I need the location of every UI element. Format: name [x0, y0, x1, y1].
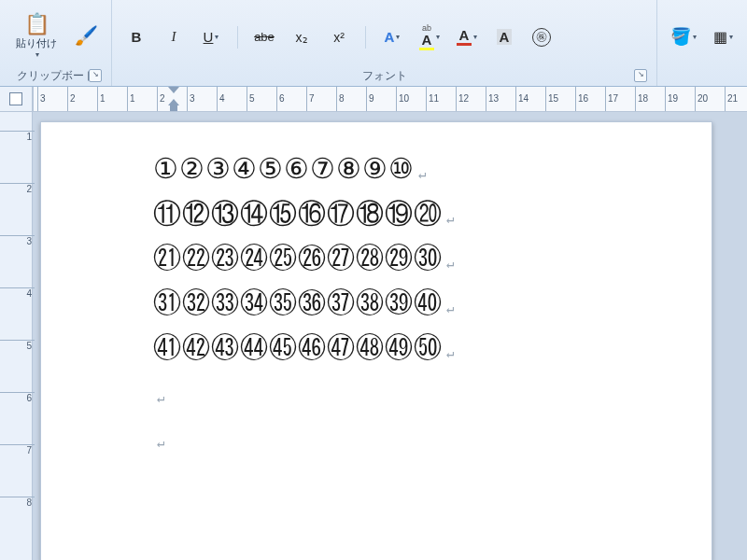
font-dialog-launcher[interactable]: ↘ [634, 69, 647, 82]
bold-button[interactable]: B [121, 25, 151, 49]
ruler-tick: 1 [97, 87, 106, 111]
ruler-tick: 4 [217, 87, 225, 111]
ruler-tick: 19 [665, 87, 678, 111]
vruler-tick: 5 [0, 340, 35, 351]
ruler-tick: 11 [426, 87, 439, 111]
document-line[interactable]: ㊶㊷㊸㊹㊺㊻㊼㊽㊾㊿↵ [153, 326, 712, 371]
shading-button[interactable]: 🪣 ▾ [667, 24, 700, 49]
superscript-button[interactable]: x² [324, 25, 354, 49]
paragraph-mark-icon: ↵ [418, 166, 427, 181]
document-line[interactable]: ⑪⑫⑬⑭⑮⑯⑰⑱⑲⑳↵ [153, 191, 712, 236]
vertical-ruler[interactable]: 12345678 [0, 112, 33, 560]
empty-paragraph[interactable]: ↵ [153, 415, 712, 460]
font-group-label: フォント ↘ [121, 66, 647, 84]
paste-button[interactable]: 📋 貼り付け ▾ [9, 7, 63, 63]
document-line[interactable]: ①②③④⑤⑥⑦⑧⑨⑩↵ [153, 147, 712, 191]
ruler-tick: 13 [486, 87, 499, 111]
underline-button[interactable]: U ▾ [196, 25, 226, 49]
ruler-tick: 3 [187, 87, 195, 111]
italic-button[interactable]: I [159, 25, 189, 49]
paragraph-mark-icon: ↵ [446, 211, 455, 226]
ruler-tick: 8 [336, 87, 345, 111]
vruler-tick: 8 [0, 497, 35, 508]
clipboard-icon: 📋 [24, 12, 49, 36]
char-shading-button[interactable]: A [489, 25, 519, 49]
table-borders-icon: ▦ [713, 28, 727, 46]
subscript-button[interactable]: x₂ [287, 25, 317, 49]
vruler-tick: 7 [0, 444, 35, 455]
left-indent-icon [170, 105, 177, 111]
text-effects-button[interactable]: A ▾ [377, 25, 407, 49]
chevron-down-icon: ▾ [436, 33, 440, 41]
ruler-tick: 21 [725, 87, 738, 111]
ruler-tick: 9 [366, 87, 374, 111]
ribbon: 📋 貼り付け ▾ 🖌️ クリップボード ↘ B I U ▾ abe x₂ x² [0, 0, 747, 87]
ruler-tick: 1 [127, 87, 135, 111]
paragraph-mark-icon: ↵ [446, 345, 455, 360]
first-line-indent-icon [168, 87, 179, 93]
ruler-tick: 16 [575, 87, 588, 111]
highlight-button[interactable]: ab A ▾ [415, 25, 444, 49]
document-page[interactable]: ①②③④⑤⑥⑦⑧⑨⑩↵⑪⑫⑬⑭⑮⑯⑰⑱⑲⑳↵㉑㉒㉓㉔㉕㉖㉗㉘㉙㉚↵㉛㉜㉝㉞㉟㊱㊲… [40, 121, 712, 560]
strikethrough-button[interactable]: abe [249, 25, 279, 49]
ruler-tick: 6 [276, 87, 285, 111]
clipboard-dialog-launcher[interactable]: ↘ [89, 69, 102, 82]
ribbon-group-font: B I U ▾ abe x₂ x² A ▾ ab A [112, 0, 657, 86]
ruler-tick: 3 [37, 87, 46, 111]
chevron-down-icon: ▾ [693, 33, 697, 41]
indent-marker[interactable] [168, 87, 179, 111]
empty-paragraph[interactable]: ↵ [153, 371, 712, 415]
ruler-tick: 5 [247, 87, 255, 111]
editor-workspace: 12345678 ①②③④⑤⑥⑦⑧⑨⑩↵⑪⑫⑬⑭⑮⑯⑰⑱⑲⑳↵㉑㉒㉓㉔㉕㉖㉗㉘㉙… [0, 112, 747, 560]
vruler-tick: 1 [0, 131, 35, 142]
format-painter-button[interactable]: 🖌️ [71, 23, 102, 48]
document-line[interactable]: ㉑㉒㉓㉔㉕㉖㉗㉘㉙㉚↵ [153, 236, 712, 281]
ruler-scale[interactable]: 32112345678910111213141516171819202122 [33, 87, 747, 111]
ruler-tick: 14 [515, 87, 529, 111]
tab-type-icon [9, 92, 22, 105]
clipboard-group-label: クリップボード ↘ [9, 66, 102, 84]
ruler-tick: 2 [157, 87, 165, 111]
vruler-tick: 4 [0, 287, 35, 299]
ribbon-group-paragraph: 🪣 ▾ ▦ ▾ [657, 0, 747, 86]
paragraph-mark-icon: ↵ [446, 256, 455, 271]
ruler-tick: 20 [695, 87, 708, 111]
ruler-tick: 17 [605, 87, 618, 111]
ruler-tick: 15 [545, 87, 558, 111]
font-color-button[interactable]: A ▾ [452, 25, 482, 49]
chevron-down-icon: ▾ [215, 33, 218, 41]
vruler-tick: 3 [0, 235, 35, 246]
chevron-down-icon: ▾ [473, 33, 477, 41]
separator [237, 26, 238, 49]
separator [365, 26, 366, 49]
chevron-down-icon: ▾ [35, 50, 39, 59]
paintbrush-icon: 🖌️ [75, 24, 98, 47]
ruler-tick: 10 [396, 87, 409, 111]
vruler-tick: 2 [0, 183, 35, 194]
chevron-down-icon: ▾ [396, 33, 400, 41]
fontcolor-swatch [457, 43, 472, 46]
horizontal-ruler[interactable]: 32112345678910111213141516171819202122 [0, 87, 747, 112]
paragraph-mark-icon: ↵ [446, 301, 455, 315]
paste-label: 貼り付け [16, 36, 57, 50]
ruler-tick: 12 [456, 87, 469, 111]
ribbon-group-clipboard: 📋 貼り付け ▾ 🖌️ クリップボード ↘ [0, 0, 112, 86]
borders-button[interactable]: ▦ ▾ [708, 24, 738, 49]
vruler-tick: 6 [0, 392, 35, 403]
chevron-down-icon: ▾ [729, 33, 733, 41]
tab-selector[interactable] [0, 87, 33, 111]
paragraph-mark-icon: ↵ [157, 390, 165, 405]
ruler-tick: 2 [67, 87, 76, 111]
highlight-swatch [419, 48, 434, 50]
document-line[interactable]: ㉛㉜㉝㉞㉟㊱㊲㊳㊴㊵↵ [153, 281, 712, 326]
ruler-tick: 18 [635, 87, 648, 111]
hanging-indent-icon [168, 99, 179, 105]
ruler-tick: 7 [306, 87, 315, 111]
enclose-chars-button[interactable]: ㊑ [527, 25, 557, 49]
paragraph-mark-icon: ↵ [157, 435, 165, 450]
paint-bucket-icon: 🪣 [670, 26, 691, 47]
